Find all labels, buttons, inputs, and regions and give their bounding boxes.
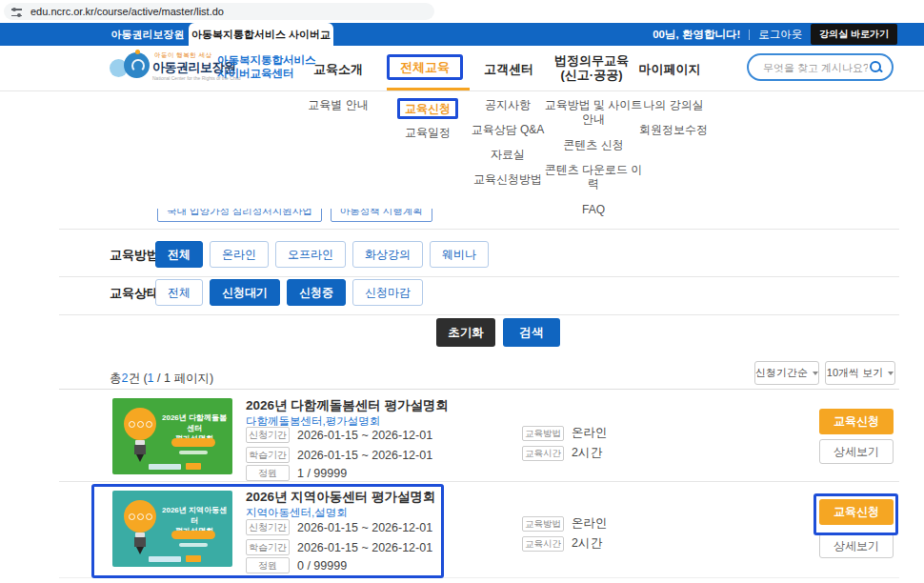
filter-label-method: 교육방법 [110, 247, 159, 264]
divider [59, 389, 899, 390]
detail-button[interactable]: 상세보기 [819, 439, 894, 464]
course-method-row: 교육방법 온라인 [522, 515, 608, 532]
course-tags: 지역아동센터,설명회 [246, 506, 348, 520]
thumbnail-logos [149, 463, 201, 470]
menu-item-content-download-history[interactable]: 콘텐츠 다운로드 이력 [541, 163, 646, 191]
thumbnail-date-badge [171, 438, 215, 447]
page-number: 1 [148, 372, 154, 385]
nav-item-legal-education[interactable]: 법정의무교육 (신고·공공) [553, 53, 630, 82]
nav-item-customer-center[interactable]: 고객센터 [484, 61, 533, 78]
filter-label-status: 교육상태 [110, 285, 159, 302]
filter-method-online[interactable]: 온라인 [210, 241, 269, 268]
course-hours-row: 교육시간 2시간 [522, 535, 602, 552]
pencil-tip [136, 454, 144, 462]
divider [59, 481, 899, 482]
filter-status-closed[interactable]: 신청마감 [352, 279, 423, 306]
apply-button[interactable]: 교육신청 [819, 409, 894, 434]
course-thumbnail[interactable]: 2026년 다함께돌봄센터평가설명회 [112, 398, 232, 474]
course-title[interactable]: 2026년 다함께돌봄센터 평가설명회 [246, 397, 449, 414]
detail-button[interactable]: 상세보기 [819, 533, 894, 558]
thumbnail-time-text [179, 451, 208, 454]
chevron-down-icon [813, 372, 818, 375]
logo-heart-icon [135, 50, 140, 54]
keyword-button-adoption-support[interactable]: 국내 입양가정 심리정서지원사업 [157, 209, 322, 222]
filter-method-all[interactable]: 전체 [155, 241, 203, 268]
course-apply-period-row: 신청기간 2026-01-15 ~ 2026-12-01 [246, 519, 432, 535]
nav-active-underline [387, 88, 470, 90]
filter-status-waiting[interactable]: 신청대기 [210, 279, 280, 306]
search-icon[interactable] [870, 61, 882, 73]
filter-status-all[interactable]: 전체 [155, 279, 203, 306]
site-search-box [747, 53, 894, 81]
thumbnail-logos [149, 555, 201, 562]
megamenu-col-mypage: 나의 강의실 회원정보수정 [616, 98, 731, 148]
nav-item-mypage[interactable]: 마이페이지 [638, 61, 701, 78]
thumbnail-date-badge [171, 531, 215, 539]
divider [59, 276, 899, 277]
menu-item-member-info[interactable]: 회원정보수정 [616, 123, 731, 136]
filter-method-offline[interactable]: 오프라인 [275, 241, 346, 268]
url-text: edu.ncrc.or.kr/course/active/master/list… [30, 6, 224, 17]
site-logo[interactable]: 아동이 행복한 세상 아동권리보장원 National Center for t… [107, 48, 316, 90]
browser-url-bar: edu.ncrc.or.kr/course/active/master/list… [0, 0, 924, 23]
results-summary: 총2건 (1 / 1 페이지) [110, 371, 213, 387]
logout-link[interactable]: 로그아웃 [758, 28, 802, 42]
course-capacity-row: 정원 0 / 99999 [246, 557, 347, 573]
lightbulb-icon [124, 500, 156, 533]
course-hours-row: 교육시간 2시간 [522, 445, 602, 461]
keyword-button-child-policy[interactable]: 아동정책 시행계획 [331, 209, 432, 222]
lightbulb-icon [124, 408, 156, 440]
course-method-row: 교육방법 온라인 [522, 425, 608, 441]
tab-cyber-education[interactable]: 아동복지통합서비스 사이버교육센터 [189, 23, 333, 46]
pencil-tip [136, 547, 144, 554]
page-size-dropdown[interactable]: 10개씩 보기 [825, 361, 895, 385]
classroom-shortcut-button[interactable]: 강의실 바로가기 [811, 24, 897, 45]
menu-item-faq[interactable]: FAQ [541, 203, 646, 216]
logo-child-icon [124, 52, 150, 78]
tab-ncrc-main[interactable]: 아동권리보장원 [103, 23, 192, 46]
address-bar[interactable]: edu.ncrc.or.kr/course/active/master/list… [4, 3, 434, 20]
course-apply-period-row: 신청기간 2026-01-15 ~ 2026-12-01 [246, 427, 432, 443]
menu-item-my-classroom[interactable]: 나의 강의실 [616, 98, 731, 111]
site-top-bar: 아동권리보장원 아동복지통합서비스 사이버교육센터 00님, 환영합니다! 로그… [0, 23, 924, 46]
nav-item-all-courses[interactable]: 전체교육 [387, 54, 463, 80]
site-info-icon[interactable] [11, 7, 23, 16]
course-capacity-row: 정원 1 / 99999 [246, 465, 347, 481]
filter-method-options: 전체 온라인 오프라인 화상강의 웨비나 [155, 241, 489, 268]
chevron-down-icon [888, 372, 894, 375]
filter-status-options: 전체 신청대기 신청중 신청마감 [155, 279, 423, 306]
site-name: 아동복지통합서비스사이버교육센터 [217, 54, 316, 80]
divider [59, 577, 899, 578]
apply-button[interactable]: 교육신청 [819, 499, 894, 525]
pencil-icon [134, 537, 146, 547]
filter-status-open[interactable]: 신청중 [287, 279, 346, 306]
course-learn-period-row: 학습기간 2026-01-15 ~ 2026-12-01 [246, 539, 432, 555]
filter-method-webinar[interactable]: 웨비나 [430, 241, 489, 268]
filter-method-video[interactable]: 화상강의 [352, 241, 423, 268]
course-learn-period-row: 학습기간 2026-01-15 ~ 2026-12-01 [246, 447, 432, 463]
reset-button[interactable]: 초기화 [436, 318, 495, 347]
topbar-user-area: 00님, 환영합니다! 로그아웃 강의실 바로가기 [653, 23, 897, 46]
search-button[interactable]: 검색 [503, 318, 560, 347]
keyword-button-strip: 국내 입양가정 심리정서지원사업 아동정책 시행계획 [157, 209, 432, 225]
course-title[interactable]: 2026년 지역아동센터 평가설명회 [246, 489, 436, 506]
nav-item-all-courses-label: 전체교육 [400, 59, 450, 76]
search-input[interactable] [761, 61, 870, 74]
site-header: 아동이 행복한 세상 아동권리보장원 National Center for t… [0, 46, 924, 91]
divider [59, 314, 899, 315]
course-thumbnail[interactable]: 2026년 지역아동센터평가설명회 [112, 491, 232, 567]
sort-order-dropdown[interactable]: 신청기간순 [754, 361, 819, 385]
thumbnail-time-text [179, 543, 208, 547]
welcome-message: 00님, 환영합니다! [653, 28, 740, 42]
pencil-icon [134, 445, 146, 454]
nav-item-intro[interactable]: 교육소개 [313, 61, 363, 78]
divider [59, 229, 899, 230]
divider [749, 30, 750, 40]
